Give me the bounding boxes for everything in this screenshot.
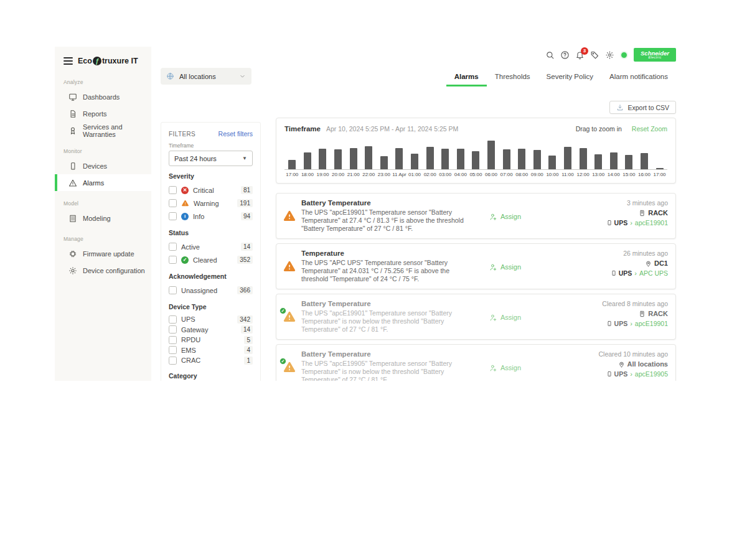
notifications-bell-icon[interactable]: 3 [575,50,585,60]
filter-option-label: Unassigned [181,287,217,294]
filter-group-label-status: Status [169,229,253,236]
alarm-card[interactable]: Battery TemperatureThe UPS "apcE19901" T… [276,193,676,239]
chart-bar-slot [560,147,576,169]
chart-tick-label: 22:00 [361,172,377,177]
export-csv-button[interactable]: Export to CSV [609,101,676,114]
filter-checkbox-critical[interactable] [169,186,177,194]
content-row: FILTERS Reset filters Timeframe Past 24 … [161,118,676,381]
assign-button[interactable]: Assign [489,301,521,334]
filter-option-ems: EMS4 [169,345,253,356]
chart-bar [395,148,403,169]
alarm-card[interactable]: ✓Battery TemperatureThe UPS "apcE19905" … [276,344,676,381]
alarm-meta: 26 minutes agoDC1UPS›APC UPS [611,250,668,283]
breadcrumb-chevron-icon: › [630,320,632,327]
assign-button[interactable]: Assign [489,251,521,283]
alarm-description: The UPS "apcE19905" Temperature sensor "… [301,360,464,381]
filter-option-gateway: Gateway14 [169,325,253,335]
sidebar-item-firmware-update[interactable]: Firmware update [55,245,151,262]
chart-bar [288,160,296,169]
chart-tick-label: 23:00 [377,172,392,177]
filter-checkbox-cleared[interactable] [169,256,177,264]
alarm-card[interactable]: TemperatureThe UPS "APC UPS" Temperature… [276,243,676,289]
device-type: UPS [606,219,628,226]
location-selector[interactable]: All locations [161,68,251,85]
filter-checkbox-ups[interactable] [169,315,177,324]
sidebar-item-devices[interactable]: Devices [55,157,151,174]
chart-bar [641,153,648,169]
export-row: Export to CSV [161,101,676,114]
filter-checkbox-info[interactable] [169,212,177,220]
filter-checkbox-unassigned[interactable] [169,286,177,294]
filter-option-info: iInfo94 [169,210,253,223]
services-icon [68,126,77,135]
sidebar-item-modeling[interactable]: Modeling [55,210,151,226]
device-type: UPS [606,320,628,327]
chart-bar-slot [331,149,346,169]
sidebar-item-alarms[interactable]: Alarms [55,174,151,191]
device-link[interactable]: APC UPS [639,269,668,277]
assign-button[interactable]: Assign [489,200,521,233]
timeframe-select[interactable]: Past 24 hours ▼ [169,151,253,166]
tab-severity-policy[interactable]: Severity Policy [538,68,601,86]
chart-bar [564,147,571,169]
filter-option-label: Critical [193,187,214,194]
breadcrumb-chevron-icon: › [630,370,632,378]
reset-filters-link[interactable]: Reset filters [218,130,253,138]
menu-icon[interactable] [63,57,73,65]
user-avatar[interactable] [620,51,628,59]
tab-thresholds[interactable]: Thresholds [487,68,538,86]
alarm-histogram-chart[interactable]: 17:0018:0019:0020:0021:0022:0023:0011 Ap… [284,140,667,180]
filter-checkbox-crac[interactable] [169,357,177,365]
filter-option-crac: CRAC1 [169,355,253,366]
sidebar-section-label: Model [63,200,151,207]
tab-alarm-notifications[interactable]: Alarm notifications [601,68,676,86]
sidebar: Eco ƒ truxure IT AnalyzeDashboardsReport… [55,47,151,381]
chart-actions: Drag to zoom in Reset Zoom [576,125,667,133]
chart-tick-label: 04:00 [453,172,469,177]
device-config-icon [68,266,77,275]
chart-bar [625,155,632,169]
filter-option-label: Info [193,213,204,220]
alarm-meta: Cleared 10 minutes agoAll locationsUPS›a… [599,350,669,381]
filter-checkbox-gateway[interactable] [169,325,177,334]
filter-option-label: RPDU [181,336,200,343]
help-icon[interactable] [560,50,570,60]
filter-checkbox-rpdu[interactable] [169,336,177,344]
device-link[interactable]: apcE19901 [635,219,668,226]
tab-alarms[interactable]: Alarms [446,68,487,86]
sidebar-item-services-and-warranties[interactable]: Services and Warranties [55,122,151,139]
sidebar-item-label: Firmware update [83,250,134,258]
sidebar-item-dashboards[interactable]: Dashboards [55,88,151,105]
device-link[interactable]: apcE19901 [635,320,668,327]
chart-bar-slot [392,148,407,169]
filter-option-label: Active [181,243,200,251]
alarm-card[interactable]: ✓Battery TemperatureThe UPS "apcE19901" … [276,294,676,340]
alarm-title: Temperature [301,250,464,257]
modeling-icon [68,214,77,223]
filter-option-rpdu: RPDU5 [169,335,253,345]
chart-tick-label: 03:00 [438,172,453,177]
sidebar-item-reports[interactable]: Reports [55,105,151,122]
settings-gear-icon[interactable] [605,50,614,60]
feedback-tag-icon[interactable] [590,50,599,60]
device-link[interactable]: apcE19905 [635,370,668,378]
chart-tick-label: 20:00 [331,172,346,177]
logo-row: Eco ƒ truxure IT [55,52,151,70]
chart-bar [472,151,479,169]
filter-checkbox-warning[interactable] [169,199,177,207]
sidebar-item-label: Device configuration [83,267,145,274]
assign-button[interactable]: Assign [489,352,521,381]
rack-icon [639,310,646,317]
sidebar-item-device-configuration[interactable]: Device configuration [55,262,151,279]
reset-zoom-link[interactable]: Reset Zoom [632,125,667,133]
chart-bar-slot [545,156,560,169]
export-csv-label: Export to CSV [627,104,669,111]
filter-checkbox-active[interactable] [169,243,177,251]
rack-icon [639,210,646,217]
chart-tick-label: 19:00 [315,172,331,177]
chart-bar [426,147,434,169]
chart-tick-label: 07:00 [499,172,514,177]
search-icon[interactable] [545,50,555,60]
alarm-location: RACK [639,310,668,317]
filter-checkbox-ems[interactable] [169,346,177,354]
